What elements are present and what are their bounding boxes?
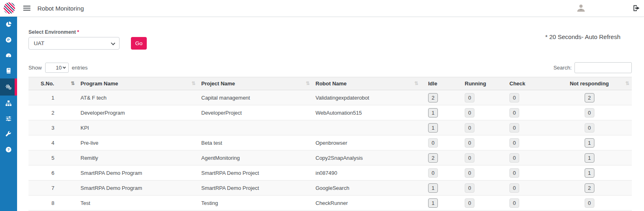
program-name-cell: DeveloperProgram: [77, 105, 198, 120]
running-count-badge[interactable]: 0: [465, 108, 474, 117]
sno-cell: 6: [28, 165, 77, 181]
idle-cell: 2: [421, 150, 457, 165]
running-cell: 0: [457, 135, 502, 150]
sno-cell: 7: [28, 181, 77, 196]
column-header-robot-name[interactable]: Robot Name⇅: [312, 77, 421, 90]
running-count-badge[interactable]: 0: [465, 138, 474, 148]
page-size-select[interactable]: 10: [45, 63, 69, 73]
check-cell: 0: [502, 120, 547, 135]
sno-cell: 4: [28, 135, 77, 150]
not-responding-count-badge[interactable]: 2: [585, 93, 594, 102]
column-header-running: Running: [457, 77, 502, 90]
robot-name-cell: Openbrowser: [312, 135, 421, 150]
search-input[interactable]: [574, 62, 632, 73]
main-content: Select Environment* UAT Go * 20 Seconds-…: [17, 17, 644, 211]
sort-icon[interactable]: ⇅: [414, 80, 418, 86]
running-count-badge[interactable]: 0: [465, 153, 474, 163]
sidebar-item-sitemap[interactable]: [0, 96, 17, 111]
project-name-cell: SmartRPA Demo Project: [198, 181, 312, 196]
running-cell: 0: [457, 90, 502, 105]
sno-cell: 3: [28, 120, 77, 135]
logout-icon[interactable]: [633, 4, 640, 12]
running-cell: 0: [457, 105, 502, 120]
column-label: Check: [509, 80, 525, 87]
sidebar-item-wrench[interactable]: [0, 126, 17, 142]
not-responding-count-badge[interactable]: 1: [585, 138, 594, 148]
program-name-cell: Remitly: [77, 150, 198, 165]
check-cell: 0: [502, 196, 547, 211]
idle-count-badge[interactable]: 0: [428, 138, 438, 148]
check-count-badge[interactable]: 0: [509, 168, 519, 178]
column-label: Not responding: [570, 80, 609, 87]
sidebar-item-book[interactable]: [0, 63, 17, 78]
sidebar-item-sliders[interactable]: [0, 111, 17, 126]
sidebar-item-pie-chart[interactable]: [0, 17, 17, 32]
running-count-badge[interactable]: 0: [465, 123, 474, 133]
not-responding-cell: 1: [547, 150, 632, 165]
check-count-badge[interactable]: 0: [509, 153, 519, 163]
hamburger-menu-icon[interactable]: [23, 4, 30, 12]
go-button[interactable]: Go: [131, 37, 147, 50]
not-responding-count-badge[interactable]: 0: [585, 108, 594, 117]
idle-count-badge[interactable]: 1: [428, 108, 438, 117]
not-responding-count-badge[interactable]: 2: [585, 183, 594, 193]
robot-name-cell: [312, 120, 421, 135]
sliders-icon: [5, 115, 12, 122]
idle-count-badge[interactable]: 1: [428, 183, 438, 193]
tachometer-icon: [5, 52, 12, 59]
running-count-badge[interactable]: 0: [465, 93, 474, 102]
top-header-bar: Robot Monitoring: [0, 0, 644, 17]
idle-count-badge[interactable]: 0: [428, 168, 438, 178]
check-count-badge[interactable]: 0: [509, 138, 519, 148]
column-label: Running: [465, 80, 486, 87]
check-cell: 0: [502, 135, 547, 150]
column-label: Program Name: [80, 80, 118, 87]
user-name-area: [592, 3, 627, 13]
auto-refresh-note: * 20 Seconds- Auto Refresh: [545, 33, 620, 40]
project-name-cell: AgentMonitoring: [198, 150, 312, 165]
sidebar-item-gears[interactable]: [0, 78, 17, 96]
column-header-not-responding[interactable]: Not responding⇅: [547, 77, 632, 90]
user-avatar-icon[interactable]: [576, 3, 586, 13]
check-count-badge[interactable]: 0: [509, 198, 519, 208]
running-count-badge[interactable]: 0: [465, 183, 474, 193]
not-responding-count-badge[interactable]: 1: [585, 168, 594, 178]
check-count-badge[interactable]: 0: [509, 183, 519, 193]
idle-cell: 2: [421, 90, 457, 105]
idle-count-badge[interactable]: 2: [428, 153, 438, 163]
sort-icon[interactable]: ⇅: [71, 80, 75, 86]
check-count-badge[interactable]: 0: [509, 108, 519, 117]
svg-text:P: P: [7, 37, 10, 42]
project-name-cell: DeveloperProject: [198, 105, 312, 120]
not-responding-count-badge[interactable]: 1: [585, 153, 594, 163]
column-header-program-name[interactable]: Program Name⇅: [77, 77, 198, 90]
idle-count-badge[interactable]: 2: [428, 93, 438, 102]
idle-count-badge[interactable]: 1: [428, 123, 438, 133]
check-count-badge[interactable]: 0: [509, 123, 519, 133]
check-cell: 0: [502, 165, 547, 181]
not-responding-count-badge[interactable]: 0: [585, 198, 594, 208]
running-count-badge[interactable]: 0: [465, 168, 474, 178]
idle-count-badge[interactable]: 1: [428, 198, 438, 208]
project-name-cell: Testing: [198, 196, 312, 211]
column-header-idle: Idle: [421, 77, 457, 90]
sidebar-item-p-circle[interactable]: P: [0, 32, 17, 48]
check-count-badge[interactable]: 0: [509, 93, 519, 102]
not-responding-count-badge[interactable]: 0: [585, 123, 594, 133]
table-row: 5RemitlyAgentMonitoringCopy2SnapAnalysis…: [28, 150, 632, 165]
robot-name-cell: Validatingexpdaterobot: [312, 90, 421, 105]
robot-monitoring-table: S.No.⇅Program Name⇅Project Name⇅Robot Na…: [28, 77, 632, 211]
column-header-project-name[interactable]: Project Name⇅: [198, 77, 312, 90]
column-header-s-no-[interactable]: S.No.⇅: [28, 77, 77, 90]
sort-icon[interactable]: ⇅: [191, 80, 196, 86]
sidebar-item-tachometer[interactable]: [0, 48, 17, 63]
sort-icon[interactable]: ⇅: [625, 80, 629, 86]
sno-cell: 2: [28, 105, 77, 120]
sidebar-item-help-circle[interactable]: ?: [0, 142, 17, 157]
not-responding-cell: 0: [547, 120, 632, 135]
project-name-cell: SmartRPA Demo Project: [198, 165, 312, 181]
idle-cell: 1: [421, 120, 457, 135]
running-count-badge[interactable]: 0: [465, 198, 474, 208]
environment-select[interactable]: UAT: [28, 37, 120, 50]
sort-icon[interactable]: ⇅: [306, 80, 310, 86]
